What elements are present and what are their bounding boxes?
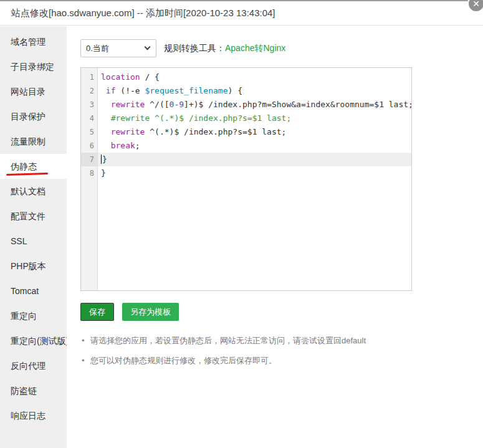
sidebar-item-label: 域名管理 — [11, 37, 45, 47]
rewrite-code-editor[interactable]: 1location / {2 if (!-e $request_filename… — [80, 67, 412, 291]
sidebar-item[interactable]: 流量限制 — [0, 129, 67, 154]
code-line: 5 rewrite ^(.*)$ /index.php?s=$1 last; — [81, 125, 411, 139]
apache-to-nginx-link[interactable]: Apache转Nginx — [225, 43, 285, 54]
line-number: 8 — [81, 166, 98, 180]
chevron-down-icon — [145, 44, 151, 50]
sidebar-item-label: 流量限制 — [11, 136, 45, 146]
code-line: 7} — [81, 153, 411, 166]
line-number: 6 — [81, 139, 98, 153]
sidebar-item[interactable]: 伪静态 — [0, 154, 67, 179]
dialog-header: 站点修改[hao.sdwanyue.com] -- 添加时间[2020-10-2… — [0, 1, 483, 26]
sidebar-item[interactable]: 反向代理 — [0, 353, 67, 378]
code-text: if (!-e $request_filename) { — [98, 84, 242, 98]
code-line: 6 break; — [81, 139, 411, 153]
rule-select[interactable]: 0.当前 — [80, 39, 156, 57]
sidebar: 域名管理子目录绑定网站目录目录保护流量限制伪静态默认文档配置文件SSLPHP版本… — [0, 26, 67, 448]
sidebar-item[interactable]: 域名管理 — [0, 29, 67, 54]
sidebar-item-label: 目录保护 — [11, 112, 45, 122]
rule-convert-label: 规则转换工具： — [164, 43, 225, 54]
code-text: break; — [98, 139, 140, 153]
sidebar-item[interactable]: Tomcat — [0, 279, 67, 303]
sidebar-item-label: 默认文档 — [11, 186, 45, 196]
main-panel: 0.当前 规则转换工具： Apache转Nginx 1location / {2… — [67, 26, 483, 448]
close-icon: ✕ — [472, 0, 480, 9]
sidebar-item[interactable]: 重定向 — [0, 303, 67, 328]
toolbar: 0.当前 规则转换工具： Apache转Nginx — [80, 39, 483, 57]
code-text: } — [98, 153, 107, 166]
code-text: location / { — [98, 70, 160, 84]
code-line: 4 #rewrite ^(.*)$ /index.php?s=$1 last; — [81, 112, 411, 125]
line-number: 3 — [81, 98, 98, 112]
selected-underline — [6, 173, 48, 176]
sidebar-item[interactable]: 网站目录 — [0, 79, 67, 104]
text-cursor — [101, 155, 102, 164]
line-number: 4 — [81, 112, 98, 125]
code-text: rewrite ^/([0-9]+)$ /index.php?m=Show&a=… — [98, 98, 412, 112]
line-number: 7 — [81, 153, 98, 166]
editor-code-lines: 1location / {2 if (!-e $request_filename… — [81, 68, 411, 180]
button-row: 保存 另存为模板 — [80, 303, 483, 321]
sidebar-item-label: 反向代理 — [11, 361, 45, 371]
line-number: 2 — [81, 84, 98, 98]
code-text: } — [98, 166, 106, 180]
sidebar-item[interactable]: 重定向(测试版) — [0, 328, 67, 353]
sidebar-item[interactable]: 默认文档 — [0, 179, 67, 204]
sidebar-item-label: 配置文件 — [11, 211, 45, 221]
sidebar-item-label: SSL — [11, 236, 27, 246]
code-text: #rewrite ^(.*)$ /index.php?s=$1 last; — [98, 112, 291, 125]
sidebar-item-label: 子目录绑定 — [11, 62, 54, 72]
save-button[interactable]: 保存 — [80, 303, 114, 321]
sidebar-item-label: 伪静态 — [11, 161, 37, 171]
save-as-template-button[interactable]: 另存为模板 — [122, 303, 179, 321]
sidebar-item[interactable]: 响应日志 — [0, 403, 67, 428]
notes-list: 请选择您的应用，若设置伪静态后，网站无法正常访问，请尝试设置回default您可… — [80, 335, 483, 367]
note-item: 请选择您的应用，若设置伪静态后，网站无法正常访问，请尝试设置回default — [80, 335, 483, 347]
sidebar-item[interactable]: SSL — [0, 229, 67, 254]
sidebar-item-label: Tomcat — [11, 286, 39, 296]
page-title: 站点修改[hao.sdwanyue.com] -- 添加时间[2020-10-2… — [11, 7, 275, 19]
rule-select-value: 0.当前 — [86, 43, 109, 54]
sidebar-item[interactable]: 防盗链 — [0, 378, 67, 403]
sidebar-item[interactable]: PHP版本 — [0, 254, 67, 279]
sidebar-item-label: 重定向(测试版) — [11, 336, 69, 346]
code-line: 2 if (!-e $request_filename) { — [81, 84, 411, 98]
sidebar-item-label: PHP版本 — [11, 261, 46, 271]
sidebar-item-label: 防盗链 — [11, 386, 37, 396]
sidebar-item-label: 网站目录 — [11, 87, 45, 97]
sidebar-item[interactable]: 配置文件 — [0, 204, 67, 229]
sidebar-item[interactable]: 目录保护 — [0, 104, 67, 129]
code-line: 1location / { — [81, 70, 411, 84]
sidebar-item-label: 重定向 — [11, 311, 37, 321]
note-item: 您可以对伪静态规则进行修改，修改完后保存即可。 — [80, 355, 483, 367]
sidebar-item[interactable]: 子目录绑定 — [0, 54, 67, 79]
line-number: 1 — [81, 70, 98, 84]
code-text: rewrite ^(.*)$ /index.php?s=$1 last; — [98, 125, 286, 139]
line-number: 5 — [81, 125, 98, 139]
sidebar-item-label: 响应日志 — [11, 411, 45, 421]
code-line: 8} — [81, 166, 411, 180]
code-line: 3 rewrite ^/([0-9]+)$ /index.php?m=Show&… — [81, 98, 411, 112]
